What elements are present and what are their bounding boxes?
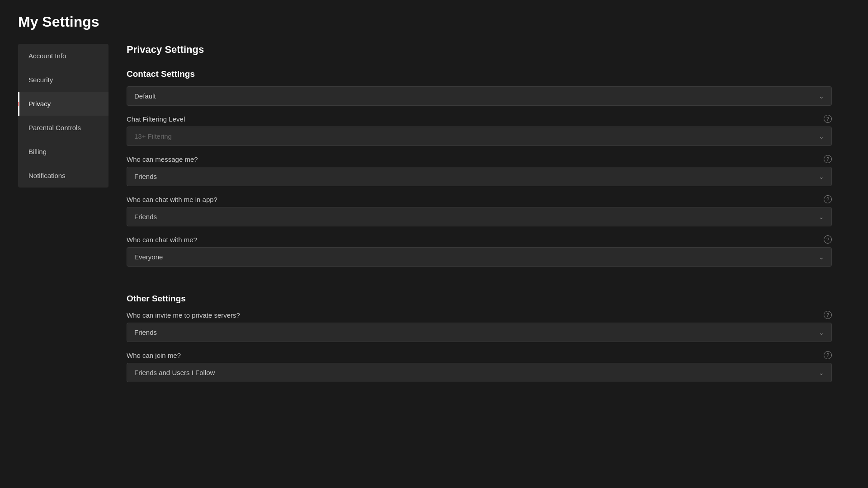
who-chat-app-row: Who can chat with me in app? ? Friends ⌄ [127,195,832,226]
who-chat-app-help-icon[interactable]: ? [824,195,832,203]
page-container: My Settings Account Info Security Privac… [0,0,868,405]
who-message-help-icon[interactable]: ? [824,155,832,163]
other-settings-title: Other Settings [127,294,832,304]
sidebar-item-account-info[interactable]: Account Info [18,44,108,68]
who-chat-app-dropdown[interactable]: Friends ⌄ [127,207,832,226]
who-chat-help-icon[interactable]: ? [824,235,832,244]
chat-filtering-dropdown[interactable]: 13+ Filtering ⌄ [127,127,832,146]
chat-filtering-label-row: Chat Filtering Level ? [127,115,832,123]
who-message-label-row: Who can message me? ? [127,155,832,163]
who-chat-label-row: Who can chat with me? ? [127,235,832,244]
who-join-dropdown[interactable]: Friends and Users I Follow ⌄ [127,363,832,382]
who-chat-row: Who can chat with me? ? Everyone ⌄ [127,235,832,267]
main-content: Privacy Settings Contact Settings Defaul… [108,44,850,391]
who-chat-app-label: Who can chat with me in app? [127,196,217,203]
privacy-settings-title: Privacy Settings [127,44,832,56]
sidebar-item-security[interactable]: Security [18,68,108,92]
chevron-down-icon: ⌄ [819,173,824,180]
chevron-down-icon: ⌄ [819,253,824,261]
section-divider [127,276,832,289]
contact-setting-dropdown[interactable]: Default ⌄ [127,86,832,106]
who-invite-private-row: Who can invite me to private servers? ? … [127,311,832,342]
contact-setting-row: Default ⌄ [127,86,832,106]
sidebar-item-privacy[interactable]: Privacy [18,92,108,116]
contact-settings-title: Contact Settings [127,69,832,79]
who-join-row: Who can join me? ? Friends and Users I F… [127,351,832,382]
who-chat-app-label-row: Who can chat with me in app? ? [127,195,832,203]
sidebar-item-notifications[interactable]: Notifications [18,164,108,188]
who-message-row: Who can message me? ? Friends ⌄ [127,155,832,186]
who-message-dropdown[interactable]: Friends ⌄ [127,167,832,186]
sidebar: Account Info Security Privacy Par [18,44,108,188]
who-join-help-icon[interactable]: ? [824,351,832,359]
sidebar-item-parental-controls[interactable]: Parental Controls [18,116,108,140]
who-invite-private-dropdown[interactable]: Friends ⌄ [127,323,832,342]
chevron-down-icon: ⌄ [819,93,824,100]
who-invite-private-label: Who can invite me to private servers? [127,311,240,319]
chat-filtering-help-icon[interactable]: ? [824,115,832,123]
chevron-down-icon: ⌄ [819,213,824,221]
who-invite-private-help-icon[interactable]: ? [824,311,832,319]
page-title: My Settings [18,14,850,30]
who-message-label: Who can message me? [127,155,198,163]
sidebar-item-billing[interactable]: Billing [18,140,108,164]
chevron-down-icon: ⌄ [819,329,824,336]
chevron-down-icon: ⌄ [819,133,824,140]
chevron-down-icon: ⌄ [819,369,824,376]
who-join-label: Who can join me? [127,352,181,359]
who-join-label-row: Who can join me? ? [127,351,832,359]
who-invite-private-label-row: Who can invite me to private servers? ? [127,311,832,319]
who-chat-label: Who can chat with me? [127,236,197,244]
red-arrow-indicator [18,95,24,113]
chat-filtering-label: Chat Filtering Level [127,115,185,123]
chat-filtering-row: Chat Filtering Level ? 13+ Filtering ⌄ [127,115,832,146]
content-wrapper: Account Info Security Privacy Par [18,44,850,391]
who-chat-dropdown[interactable]: Everyone ⌄ [127,247,832,267]
